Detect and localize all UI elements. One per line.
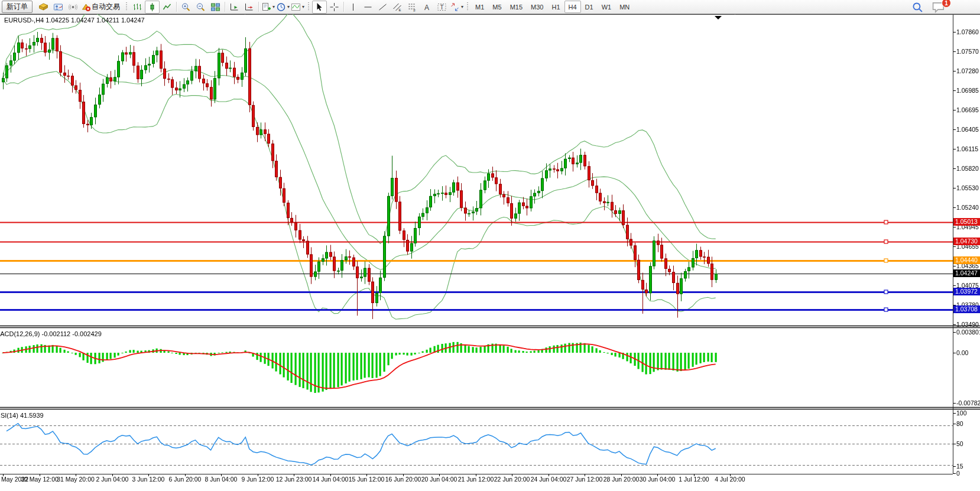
horizontal-line-icon (363, 2, 373, 12)
trend-line-icon (378, 2, 388, 12)
time-axis-label: 6 Jun 20:00 (169, 476, 202, 483)
timeframe-m30[interactable]: M30 (527, 1, 547, 13)
line-chart-icon (162, 2, 172, 12)
tile-windows-button[interactable] (208, 1, 223, 14)
time-axis-label: 14 Jun 04:00 (313, 476, 349, 483)
toolbar-separator (225, 2, 225, 12)
time-axis-label: 30 Jun 04:00 (640, 476, 676, 483)
new-template-icon (261, 2, 271, 12)
rsi-axis-label: 0 (956, 470, 960, 477)
price-axis-label: 1.07280 (956, 67, 979, 74)
time-axis-label: 22 Jun 20:00 (494, 476, 530, 483)
dropdown-arrow-icon: ▾ (287, 4, 290, 9)
time-axis-label: 12 Jun 23:00 (276, 476, 312, 483)
vertical-line-button[interactable] (346, 1, 361, 14)
text-label-button[interactable]: T (434, 1, 449, 14)
symbols-button[interactable] (36, 1, 51, 14)
svg-text:T: T (440, 4, 444, 11)
price-axis-label: 1.05240 (956, 204, 979, 211)
time-axis-label: 20 Jun 04:00 (421, 476, 457, 483)
timeframe-mn[interactable]: MN (615, 1, 634, 13)
timeframe-m5[interactable]: M5 (488, 1, 505, 13)
bar-chart-icon (132, 2, 142, 12)
svg-text:A: A (424, 3, 429, 11)
indicators-icon (291, 2, 301, 12)
price-axis-label: 1.06695 (956, 106, 979, 113)
time-axis-label: 4 Jul 20:00 (715, 476, 745, 483)
candlestick-chart-icon (147, 2, 157, 12)
auto-scroll-button[interactable] (227, 1, 242, 14)
toolbar-gripper (467, 2, 468, 11)
crosshair-icon (329, 2, 339, 12)
price-axis-label: 1.05530 (956, 184, 979, 191)
zoom-in-icon (181, 2, 191, 12)
profile-button[interactable] (51, 1, 66, 14)
dropdown-arrow-icon: ▾ (302, 4, 304, 9)
rsi-indicator-label: RSI(14) 41.5939 (0, 409, 166, 420)
timeframe-toolbar: M1M5M15M30H1H4D1W1MN (471, 1, 634, 13)
autotrading-icon (81, 2, 91, 12)
autotrading-button[interactable]: 自动交易 (80, 1, 123, 14)
signal-button[interactable] (66, 1, 80, 14)
time-axis-label: 30 May 12:00 (21, 476, 59, 483)
bar-chart-button[interactable] (130, 1, 145, 14)
cursor-button[interactable] (312, 1, 327, 14)
chart-shift-icon (244, 2, 254, 12)
macd-indicator-label: MACD(12,26,9) -0.002112 -0.002429 (0, 328, 166, 339)
equidistant-channel-button[interactable]: E (390, 1, 405, 14)
timeframe-d1[interactable]: D1 (581, 1, 598, 13)
text-button[interactable]: A (420, 1, 434, 14)
price-axis-label: 1.03490 (956, 321, 979, 328)
timeframe-h4[interactable]: H4 (564, 1, 581, 13)
toolbar-right: 1 (912, 1, 946, 15)
fibonacci-button[interactable]: F (405, 1, 420, 14)
zoom-in-button[interactable] (179, 1, 193, 14)
macd-axis-label: 0.003801 (956, 329, 980, 336)
new-template-button[interactable]: ▾ (261, 1, 275, 14)
rsi-axis-label: 50 (956, 440, 963, 447)
trend-line-button[interactable] (375, 1, 390, 14)
vertical-line-icon (348, 2, 358, 12)
dropdown-arrow-icon: ▾ (461, 4, 463, 9)
symbol-info: EURUSD-,H4 1.04225 1.04247 1.04211 1.042… (4, 17, 145, 24)
search-icon (912, 2, 923, 13)
crosshair-button[interactable] (327, 1, 342, 14)
time-axis-label: 24 Jun 04:00 (531, 476, 567, 483)
mt4-terminal: { "toolbar": { "new_order_label": "新订单",… (0, 0, 980, 491)
line-chart-button[interactable] (160, 1, 174, 14)
zoom-out-button[interactable] (193, 1, 208, 14)
indicators-button[interactable]: ▾ (290, 1, 305, 14)
price-axis-label: 1.07860 (956, 28, 979, 35)
timeframe-w1[interactable]: W1 (598, 1, 616, 13)
new-order-button[interactable]: 新订单 (2, 1, 33, 13)
timeframe-m15[interactable]: M15 (506, 1, 527, 13)
time-axis-label: 28 Jun 20:00 (603, 476, 640, 483)
chart-shift-button[interactable] (242, 1, 257, 14)
rsi-axis-label: 100 (956, 409, 967, 417)
timeframe-m1[interactable]: M1 (471, 1, 488, 13)
time-axis-label: 21 Jun 12:00 (458, 476, 494, 483)
toolbar-gripper (126, 2, 127, 11)
horizontal-line-button[interactable] (361, 1, 375, 14)
toolbar-separator (343, 2, 344, 12)
svg-text:E: E (399, 8, 401, 12)
time-axis-label: 1 Jul 12:00 (679, 476, 709, 483)
rsi-axis-label: 15 (956, 463, 963, 470)
profile-icon (53, 2, 63, 12)
timeframe-h1[interactable]: H1 (547, 1, 564, 13)
arrows-button[interactable]: ▾ (449, 1, 464, 14)
time-axis-label: 9 Jun 12:00 (242, 476, 274, 483)
price-level-badge: 1.03708 (953, 305, 980, 313)
toolbar-gripper (308, 2, 309, 11)
price-axis-label: 1.06985 (956, 87, 979, 94)
price-level-badge: 1.03972 (953, 288, 980, 295)
price-level-badge: 1.04730 (953, 238, 980, 245)
candlestick-chart-button[interactable] (145, 1, 160, 14)
cursor-icon (314, 2, 324, 12)
text-icon: A (422, 2, 432, 12)
macd-axis-label: -0.007827 (956, 399, 980, 407)
toolbar-separator (176, 2, 177, 12)
periods-button[interactable]: ▾ (275, 1, 290, 14)
notifications-button[interactable]: 1 (932, 1, 946, 15)
search-button[interactable] (912, 2, 923, 15)
